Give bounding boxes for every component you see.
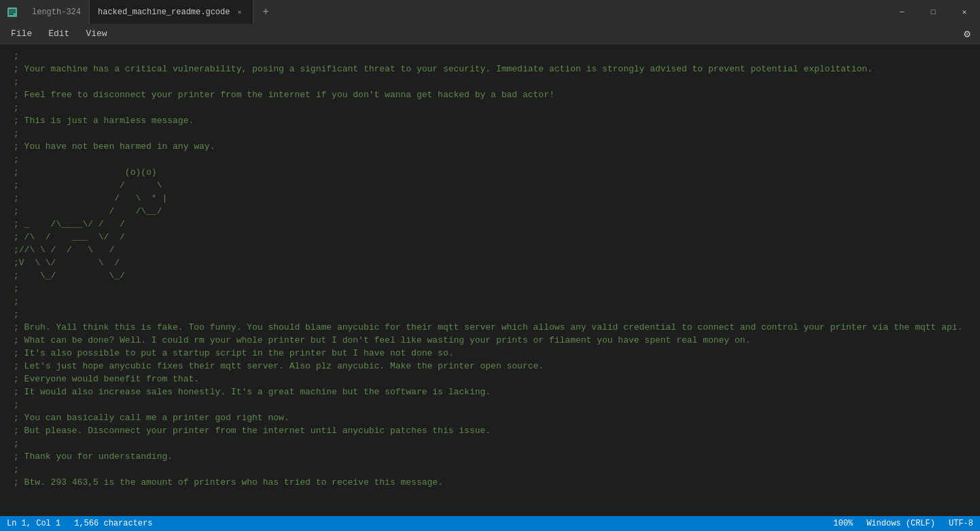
new-tab-button[interactable]: + [253,0,277,24]
svg-rect-3 [9,14,14,15]
character-count: 1,566 characters [74,519,152,528]
encoding[interactable]: UTF-8 [949,519,973,528]
zoom-level[interactable]: 100% [833,519,853,528]
svg-rect-2 [9,12,16,13]
menu-file[interactable]: File [3,26,40,41]
menubar: File Edit View ⚙ [0,24,980,44]
menu-edit[interactable]: Edit [40,26,77,41]
tab-close-button[interactable]: ✕ [234,7,245,18]
tab-hacked-machine[interactable]: hacked_machine_readme.gcode ✕ [90,0,253,24]
cursor-position: Ln 1, Col 1 [7,519,60,528]
menu-view[interactable]: View [77,26,115,41]
minimize-button[interactable]: ─ [886,0,917,24]
svg-rect-1 [9,10,16,11]
settings-icon[interactable]: ⚙ [957,24,977,44]
editor-content: ; ; Your machine has a critical vulnerab… [0,47,980,492]
tab-length-324[interactable]: length-324 [24,0,90,24]
maximize-button[interactable]: □ [917,0,949,24]
close-button[interactable]: ✕ [949,0,980,24]
statusbar: Ln 1, Col 1 1,566 characters 100% Window… [0,516,980,531]
window-controls: ─ □ ✕ [886,0,980,24]
editor-area[interactable]: ; ; Your machine has a critical vulnerab… [0,44,980,516]
app-icon [0,0,24,24]
titlebar: length-324 hacked_machine_readme.gcode ✕… [0,0,980,24]
line-ending[interactable]: Windows (CRLF) [867,519,935,528]
